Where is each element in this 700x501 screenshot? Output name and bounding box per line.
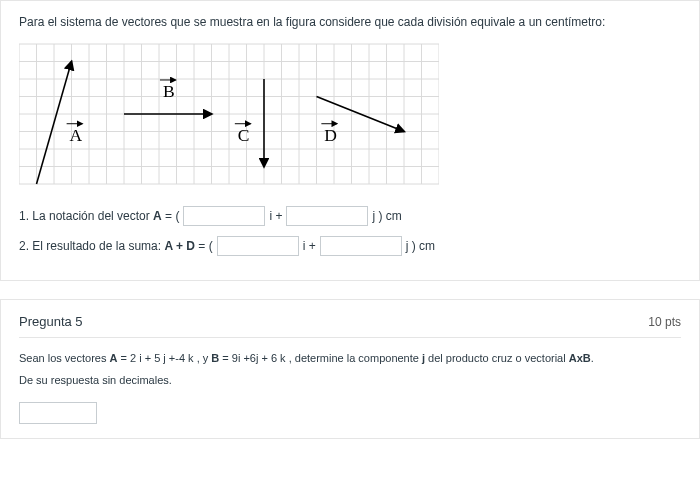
q5-line-2: De su respuesta sin decimales. xyxy=(19,374,681,386)
j-cm-2: j ) cm xyxy=(406,239,435,253)
q4-a-i-input[interactable] xyxy=(183,206,265,226)
q4-row-2: 2. El resultado de la suma: A + D = ( i … xyxy=(19,236,681,256)
vector-grid-svg: A B C D xyxy=(19,39,439,189)
q5-body: Sean los vectores A = 2 i + 5 j +-4 k , … xyxy=(19,352,681,424)
q4-a-j-input[interactable] xyxy=(286,206,368,226)
q4-prompt: Para el sistema de vectores que se muest… xyxy=(19,15,681,29)
q4-row-1: 1. La notación del vector A = ( i + j ) … xyxy=(19,206,681,226)
q5-answer-input[interactable] xyxy=(19,402,97,424)
q4-r1-text: 1. La notación del vector A = ( xyxy=(19,209,179,223)
j-cm-1: j ) cm xyxy=(372,209,401,223)
i-plus-1: i + xyxy=(269,209,282,223)
label-A: A xyxy=(70,125,83,145)
label-B: B xyxy=(163,81,175,101)
q5-header: Pregunta 5 10 pts xyxy=(19,314,681,338)
q5-line-1: Sean los vectores A = 2 i + 5 j +-4 k , … xyxy=(19,352,681,364)
q4-r2-text: 2. El resultado de la suma: A + D = ( xyxy=(19,239,213,253)
q5-points: 10 pts xyxy=(648,315,681,329)
question-5-block: Pregunta 5 10 pts Sean los vectores A = … xyxy=(0,299,700,439)
q4-ad-j-input[interactable] xyxy=(320,236,402,256)
label-D: D xyxy=(324,125,337,145)
i-plus-2: i + xyxy=(303,239,316,253)
q4-ad-i-input[interactable] xyxy=(217,236,299,256)
label-C: C xyxy=(238,125,250,145)
question-4-block: Para el sistema de vectores que se muest… xyxy=(0,0,700,281)
vector-figure: A B C D xyxy=(19,39,681,192)
q5-title: Pregunta 5 xyxy=(19,314,83,329)
